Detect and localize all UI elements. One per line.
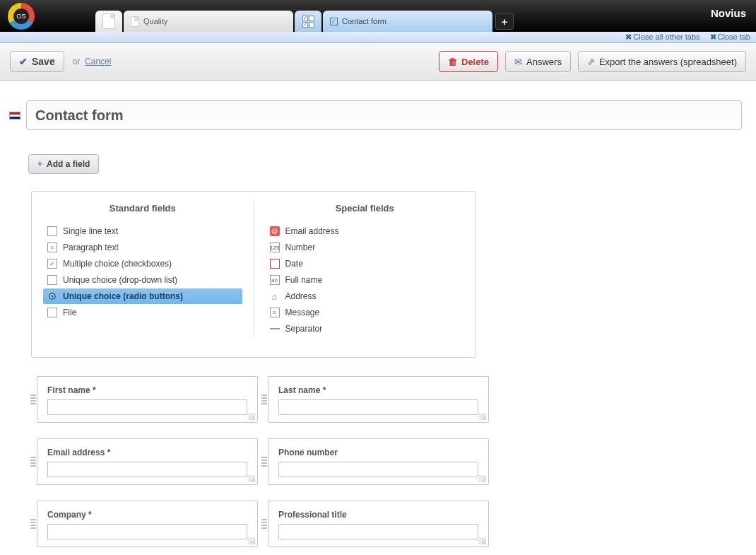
field-input-preview (47, 524, 247, 539)
drag-handle-icon[interactable] (261, 382, 267, 416)
field-title[interactable]: Professional title (268, 501, 489, 547)
action-bar: ✔ Save or Cancel 🗑 Delete ✉ Answers ⇗ Ex… (0, 43, 756, 81)
export-icon: ⇗ (587, 57, 595, 67)
dropdown-icon (47, 275, 57, 285)
form-title-input[interactable] (26, 100, 742, 130)
answers-button[interactable]: ✉ Answers (505, 51, 571, 72)
mail-icon: ✉ (514, 57, 522, 67)
brand-label: Novius (711, 7, 746, 19)
email-icon: @ (270, 226, 280, 236)
cancel-link[interactable]: Cancel (85, 57, 111, 66)
checkbox-icon: ✓ (47, 259, 57, 269)
resize-handle-icon[interactable] (248, 537, 255, 544)
form-row: Email address * Phone number (37, 438, 489, 485)
tab-forms-app[interactable]: ✓✓ (295, 11, 321, 32)
field-lastname[interactable]: Last name * (268, 376, 489, 423)
plus-icon: + (37, 159, 42, 169)
tab-active-label: Contact form (342, 17, 386, 25)
field-input-preview (278, 524, 478, 539)
form-icon: ✓ (330, 18, 338, 25)
field-type-checkboxes[interactable]: ✓Multiple choice (checkboxes) (43, 256, 242, 271)
number-icon: 123 (270, 243, 280, 252)
drag-handle-icon[interactable] (261, 445, 267, 479)
field-type-message[interactable]: Message (266, 305, 465, 320)
name-icon: ab (270, 275, 280, 285)
message-icon (270, 308, 280, 317)
field-type-fullname[interactable]: abFull name (266, 272, 465, 288)
title-row (7, 100, 742, 130)
resize-handle-icon[interactable] (479, 475, 486, 482)
field-type-address[interactable]: ⌂Address (266, 288, 465, 304)
radio-icon (47, 291, 57, 301)
check-icon: ✔ (19, 56, 28, 67)
save-button[interactable]: ✔ Save (10, 51, 64, 72)
resize-handle-icon[interactable] (248, 475, 255, 482)
drag-handle-icon[interactable] (30, 507, 36, 541)
flag-icon[interactable] (9, 112, 20, 119)
field-input-preview (278, 462, 478, 477)
top-bar: Quality ✓✓ ✓ Contact form + Novius (0, 0, 756, 32)
field-type-radio[interactable]: Unique choice (radio buttons) (43, 288, 242, 304)
field-input-preview (47, 399, 247, 415)
special-fields-heading: Special fields (266, 203, 465, 214)
tab-contact-form[interactable]: ✓ Contact form (323, 11, 492, 32)
paragraph-icon (47, 243, 57, 252)
field-firstname[interactable]: First name * (37, 376, 258, 423)
field-email[interactable]: Email address * (37, 438, 258, 485)
field-type-dropdown[interactable]: Unique choice (drop-down list) (43, 272, 242, 288)
field-input-preview (278, 399, 478, 415)
checklist-icon: ✓✓ (302, 16, 314, 28)
sub-bar: ✖Close all other tabs ✖Close tab (0, 32, 756, 43)
field-type-email[interactable]: @Email address (266, 223, 465, 239)
form-row: Company * Professional title (37, 501, 489, 547)
separator-icon (270, 324, 280, 334)
field-phone[interactable]: Phone number (268, 438, 489, 485)
tab-quality-label: Quality (143, 17, 167, 25)
os-logo-icon (8, 3, 35, 30)
field-label: First name * (47, 385, 247, 395)
field-type-file[interactable]: File (43, 305, 242, 320)
resize-handle-icon[interactable] (248, 413, 255, 420)
delete-button[interactable]: 🗑 Delete (439, 51, 498, 72)
os-logo[interactable] (0, 0, 42, 32)
special-fields-column: Special fields @Email address 123Number … (254, 203, 476, 337)
resize-handle-icon[interactable] (479, 413, 486, 420)
close-icon: ✖ (710, 33, 716, 41)
tab-bar: Quality ✓✓ ✓ Contact form + (95, 0, 515, 32)
export-button[interactable]: ⇗ Export the answers (spreadsheet) (578, 51, 746, 72)
field-label: Phone number (278, 448, 478, 457)
resize-handle-icon[interactable] (479, 537, 486, 544)
tab-add[interactable]: + (495, 13, 514, 30)
form-layout: First name * Last name * Email address *… (37, 376, 489, 547)
content-area[interactable]: + Add a field Standard fields Single lin… (0, 81, 756, 555)
field-label: Company * (47, 510, 247, 520)
standard-fields-heading: Standard fields (43, 203, 242, 214)
close-all-tabs-link[interactable]: ✖Close all other tabs (625, 33, 699, 42)
add-field-button[interactable]: + Add a field (28, 154, 99, 174)
field-type-paragraph[interactable]: Paragraph text (43, 240, 242, 255)
field-type-number[interactable]: 123Number (266, 240, 465, 255)
trash-icon: 🗑 (448, 57, 457, 67)
page-icon (102, 13, 115, 29)
tab-quality[interactable]: Quality (124, 11, 293, 32)
field-input-preview (47, 462, 247, 477)
field-label: Last name * (278, 385, 478, 395)
field-company[interactable]: Company * (37, 501, 258, 547)
close-tab-link[interactable]: ✖Close tab (710, 33, 750, 42)
drag-handle-icon[interactable] (30, 445, 36, 479)
field-label: Email address * (47, 448, 247, 457)
field-type-single-line[interactable]: Single line text (43, 223, 242, 239)
drag-handle-icon[interactable] (261, 507, 267, 541)
drag-handle-icon[interactable] (30, 382, 36, 416)
close-icon: ✖ (625, 33, 632, 41)
house-icon: ⌂ (270, 291, 280, 301)
field-label: Professional title (278, 510, 478, 520)
tab-home[interactable] (95, 11, 122, 32)
text-icon (47, 226, 57, 236)
fields-panel: Standard fields Single line text Paragra… (31, 191, 476, 358)
field-type-date[interactable]: Date (266, 256, 465, 271)
field-type-separator[interactable]: Separator (266, 321, 465, 337)
standard-fields-column: Standard fields Single line text Paragra… (32, 203, 254, 337)
or-cancel: or Cancel (73, 57, 112, 66)
page-icon (131, 16, 139, 27)
